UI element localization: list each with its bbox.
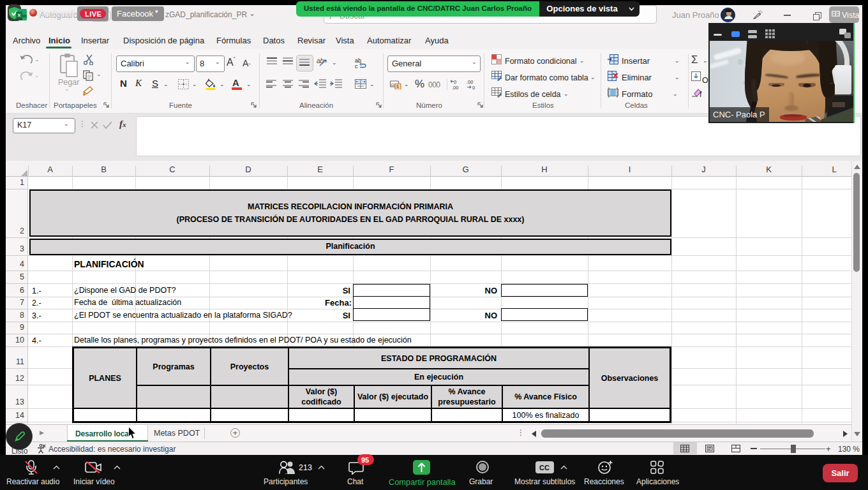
svg-text:.00: .00	[452, 85, 458, 90]
svg-text:0: 0	[472, 85, 475, 90]
svg-text:x: x	[18, 12, 21, 18]
svg-text:c: c	[355, 63, 358, 69]
svg-text:$: $	[396, 84, 399, 89]
svg-text:.00: .00	[467, 79, 473, 85]
svg-text:0: 0	[454, 79, 456, 85]
